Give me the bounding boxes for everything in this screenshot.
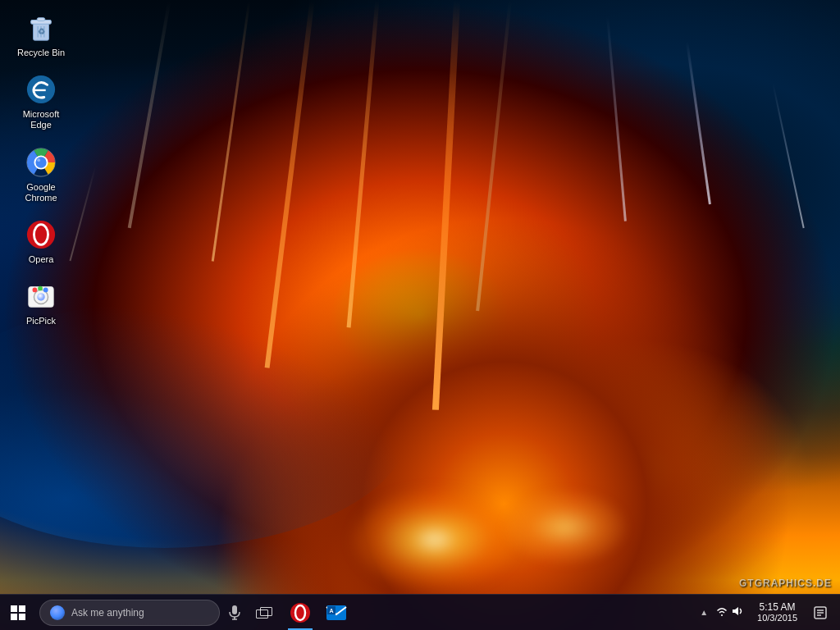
svg-text:♻: ♻ [38, 27, 45, 36]
svg-rect-2 [37, 18, 45, 21]
svg-rect-21 [232, 605, 237, 614]
chrome-image [25, 146, 57, 179]
meteor-1 [128, 2, 171, 228]
picpick-image [25, 280, 57, 313]
mic-icon [229, 605, 240, 620]
svg-point-20 [37, 293, 45, 301]
volume-tray-icon [731, 605, 744, 619]
opera-image [25, 218, 57, 251]
notification-icon [814, 606, 827, 619]
taskbar-opera-icon [289, 601, 312, 624]
opera-icon[interactable]: Opera [8, 215, 74, 268]
chrome-label: Google Chrome [11, 182, 71, 203]
meteor-2 [212, 1, 251, 261]
microphone-button[interactable] [220, 595, 249, 631]
meteor-8 [772, 84, 804, 228]
recycle-bin-icon[interactable]: ♻ Recycle Bin [8, 8, 74, 62]
desktop: GTGRAPHICS.DE ♻ [0, 0, 840, 630]
clock-area[interactable]: 5:15 AM 10/3/2015 [749, 595, 806, 631]
show-hidden-tray-button[interactable]: ▲ [696, 605, 711, 620]
taskbar-apps: A [282, 595, 354, 631]
clock-date: 10/3/2015 [757, 613, 797, 623]
cortana-search[interactable]: Ask me anything [39, 600, 220, 626]
svg-point-11 [35, 157, 46, 167]
cortana-icon [50, 605, 65, 620]
impact-glow-1 [353, 491, 517, 589]
svg-point-12 [37, 158, 40, 162]
meteor-4-main [432, 0, 460, 410]
meteor-5 [476, 1, 512, 311]
edge-label: Microsoft Edge [11, 109, 71, 130]
meteor-6 [606, 16, 627, 221]
opera-label: Opera [29, 254, 54, 265]
taskbar-opera-button[interactable] [282, 595, 318, 631]
google-chrome-icon[interactable]: Google Chrome [8, 143, 74, 207]
system-tray: ▲ [696, 595, 840, 631]
network-tray-icon [716, 605, 728, 619]
chevron-icon: ▲ [700, 608, 708, 617]
meteor-7 [686, 42, 711, 204]
edge-image [25, 73, 57, 106]
meteor-9 [265, 1, 315, 368]
taskbar-mail-icon: A [325, 601, 348, 624]
windows-logo [11, 605, 25, 620]
meteor-3 [347, 1, 380, 328]
recycle-bin-image: ♻ [25, 11, 57, 44]
svg-text:A: A [329, 608, 333, 614]
svg-point-19 [43, 288, 48, 293]
impact-glow-2 [504, 491, 627, 564]
search-placeholder-text: Ask me anything [71, 607, 144, 619]
picpick-icon[interactable]: PicPick [8, 276, 74, 330]
microsoft-edge-icon[interactable]: Microsoft Edge [8, 70, 74, 134]
notification-center-button[interactable] [806, 595, 835, 631]
desktop-icons: ♻ Recycle Bin Microsoft Edge [8, 8, 74, 330]
start-button[interactable] [0, 595, 36, 631]
taskbar: Ask me anything [0, 594, 840, 630]
picpick-label: PicPick [26, 316, 56, 326]
task-view-button[interactable] [249, 595, 279, 631]
svg-point-17 [33, 288, 38, 293]
svg-point-18 [38, 286, 43, 291]
recycle-bin-label: Recycle Bin [17, 48, 65, 58]
taskbar-mail-button[interactable]: A [318, 595, 354, 631]
task-view-icon [256, 607, 272, 619]
clock-time: 5:15 AM [760, 601, 796, 613]
watermark: GTGRAPHICS.DE [739, 578, 832, 589]
tray-icons-group[interactable] [711, 595, 749, 631]
earth-atmosphere [0, 302, 410, 548]
